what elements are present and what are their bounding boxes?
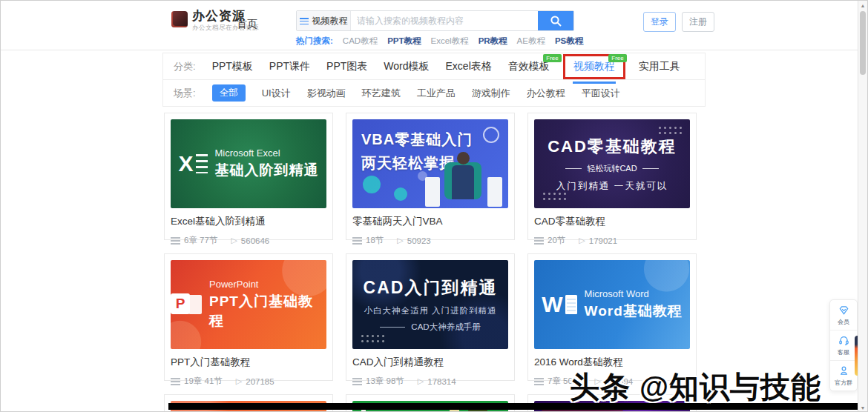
course-chapters: 6章 77节: [184, 235, 217, 246]
scene-label: 场景:: [174, 87, 196, 100]
float-menu-vip[interactable]: 会员: [830, 300, 857, 330]
play-count-icon: ▷: [418, 376, 424, 386]
course-plays: 560646: [241, 236, 269, 245]
thumb-line1: VBA零基础入门: [361, 130, 473, 150]
free-badge: Free: [608, 54, 626, 62]
hot-search-label: 热门搜索:: [296, 36, 333, 47]
search-input[interactable]: [351, 11, 538, 30]
scroll-up-arrow-icon[interactable]: ▲: [858, 3, 867, 8]
course-title[interactable]: Excel基础入阶到精通: [171, 215, 326, 228]
thumb-line2: 轻松玩转CAD: [587, 163, 637, 174]
customer-service-icon: [838, 335, 849, 346]
scene-filter-row: 场景: 全部 UI设计 影视动画 环艺建筑 工业产品 游戏制作 办公教程 平面设…: [163, 80, 705, 106]
course-chapters: 20节: [548, 235, 565, 246]
thumb-line1: Microsoft Word: [585, 288, 683, 299]
watermark-text: 头条 @知识与技能: [570, 367, 821, 408]
category-tab-word-template[interactable]: Word模板: [384, 60, 429, 73]
search-button[interactable]: [538, 11, 573, 30]
thumb-line2: 基础入阶到精通: [215, 161, 319, 180]
chapters-icon: [534, 378, 544, 385]
course-thumbnail[interactable]: W Microsoft Word Word基础教程: [534, 260, 690, 349]
thumb-line2: PPT入门基础教程: [209, 292, 326, 330]
category-tab-ppt-chart[interactable]: PPT图表: [326, 60, 367, 73]
bubble-illustration: [363, 176, 381, 193]
hot-search-cad[interactable]: CAD教程: [343, 36, 378, 47]
course-title[interactable]: 零基础两天入门VBA: [352, 215, 508, 228]
nav-item-home[interactable]: 首页: [237, 18, 257, 31]
scene-tab-graphic-design[interactable]: 平面设计: [582, 87, 620, 100]
play-count-icon: ▷: [231, 236, 237, 245]
annotation-red-box: Free视频教程: [563, 54, 625, 79]
person-illustration: [452, 165, 474, 199]
hot-search-ppt[interactable]: PPT教程: [387, 36, 421, 47]
course-card[interactable]: X Microsoft Excel 基础入阶到精通 Excel基础入阶到精通 6…: [164, 113, 333, 240]
course-thumbnail[interactable]: CAD入门到精通 小白大神全适用 入门进阶到精通 CAD大神养成手册: [352, 260, 508, 349]
course-title[interactable]: PPT入门基础教程: [171, 356, 326, 369]
course-card[interactable]: CAD入门到精通 小白大神全适用 入门进阶到精通 CAD大神养成手册 CAD入门…: [346, 253, 515, 381]
course-title[interactable]: CAD入门到精通教程: [352, 356, 508, 369]
qq-group-icon: [838, 365, 849, 376]
word-logo-icon: W: [542, 293, 576, 316]
course-card[interactable]: W Microsoft Word Word基础教程 2016 Word基础教程 …: [527, 253, 697, 381]
scene-tab-office[interactable]: 办公教程: [527, 87, 565, 100]
logo-icon: [171, 11, 188, 27]
category-tab-ppt-template[interactable]: PPT模板: [212, 60, 253, 73]
chapters-icon: [171, 237, 180, 245]
course-plays: 178314: [427, 377, 456, 386]
scrollbar[interactable]: ▲ ▼: [858, 1, 867, 412]
dots-decoration: [542, 191, 567, 201]
category-tab-ppt-courseware[interactable]: PPT课件: [269, 60, 310, 73]
scene-tab-ui-design[interactable]: UI设计: [262, 87, 291, 100]
dots-decoration: [360, 333, 385, 343]
desk-illustration: [425, 177, 440, 207]
dots-decoration: [657, 125, 683, 135]
course-meta: 6章 77节 ▷ 560646: [171, 235, 326, 246]
scroll-down-arrow-icon[interactable]: ▼: [858, 405, 867, 411]
bubble-illustration: [394, 187, 407, 201]
category-tab-tools[interactable]: 实用工具: [639, 60, 680, 73]
scrollbar-thumb[interactable]: [860, 11, 866, 75]
course-chapters: 19章 41节: [184, 376, 223, 387]
course-meta: 20节 ▷ 179021: [534, 235, 690, 246]
play-count-icon: ▷: [397, 236, 403, 245]
hot-search-excel[interactable]: Excel教程: [431, 36, 469, 47]
category-tab-video-tutorial[interactable]: Free视频教程: [573, 60, 615, 72]
chapters-icon: [352, 237, 362, 245]
course-thumbnail[interactable]: X Microsoft Excel 基础入阶到精通: [171, 119, 326, 208]
register-button[interactable]: 注册: [682, 12, 714, 32]
thumb-line1: CAD入门到精通: [364, 276, 498, 299]
search-category-label: 视频教程: [312, 15, 348, 27]
search-category-dropdown[interactable]: 视频教程: [297, 11, 351, 30]
chapters-icon: [171, 378, 180, 385]
course-meta: 18节 ▷ 50923: [352, 235, 508, 246]
course-card[interactable]: CAD零基础教程 轻松玩转CAD 入门到精通 一天就可以 CAD零基础教程 20…: [527, 113, 697, 240]
hot-search-ps[interactable]: PS教程: [555, 36, 583, 47]
float-menu-service[interactable]: 客服: [830, 330, 857, 360]
free-badge: Free: [543, 54, 561, 62]
scene-tab-game[interactable]: 游戏制作: [472, 87, 510, 100]
course-card[interactable]: VBA零基础入门 两天轻松掌握 零基础两天入门VBA 18节 ▷ 50923: [346, 113, 515, 240]
course-chapters: 13章 98节: [366, 376, 404, 387]
course-plays: 179021: [589, 236, 617, 245]
course-thumbnail[interactable]: VBA零基础入门 两天轻松掌握: [352, 119, 508, 208]
course-card[interactable]: P PowerPoint PPT入门基础教程 PPT入门基础教程 19章 41节…: [164, 253, 333, 381]
course-thumbnail[interactable]: CAD零基础教程 轻松玩转CAD 入门到精通 一天就可以: [534, 119, 690, 208]
category-tab-excel-sheet[interactable]: Excel表格: [446, 60, 492, 73]
hot-search-row: 热门搜索: CAD教程 PPT教程 Excel教程 PR教程 AE教程 PS教程: [296, 36, 583, 47]
course-meta: 19章 41节 ▷ 207185: [171, 376, 326, 387]
scene-tab-architecture[interactable]: 环艺建筑: [362, 87, 401, 100]
hot-search-pr[interactable]: PR教程: [479, 36, 507, 47]
course-thumbnail[interactable]: P PowerPoint PPT入门基础教程: [171, 260, 326, 349]
login-button[interactable]: 登录: [643, 12, 676, 32]
course-title[interactable]: CAD零基础教程: [534, 215, 690, 228]
floating-side-menu: 会员 客服 官方群: [829, 299, 858, 391]
search-bar: 视频教程: [296, 10, 574, 31]
thumb-line2: Word基础教程: [585, 302, 683, 321]
hot-search-ae[interactable]: AE教程: [517, 36, 545, 47]
scene-tab-industrial[interactable]: 工业产品: [417, 87, 456, 100]
float-menu-group[interactable]: 官方群: [830, 360, 857, 391]
play-count-icon: ▷: [236, 376, 242, 386]
scene-tab-film-animation[interactable]: 影视动画: [307, 87, 346, 100]
scene-tab-all[interactable]: 全部: [212, 84, 246, 102]
category-tab-sound-template[interactable]: Free音效模板: [508, 60, 550, 73]
